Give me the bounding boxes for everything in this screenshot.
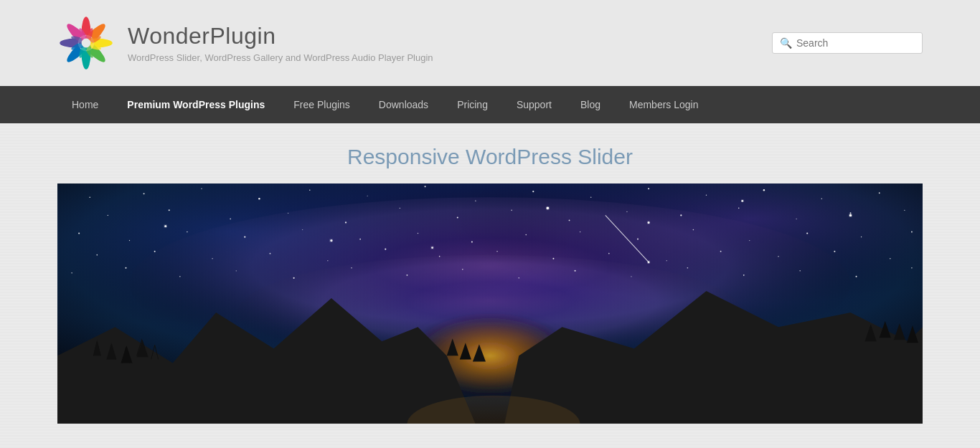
nav-link-free[interactable]: Free Plugins xyxy=(279,86,364,123)
svg-point-33 xyxy=(590,196,592,198)
svg-point-77 xyxy=(496,251,497,252)
svg-point-45 xyxy=(457,216,458,218)
svg-point-47 xyxy=(569,220,570,221)
svg-point-42 xyxy=(288,213,288,214)
svg-point-85 xyxy=(71,272,72,273)
svg-point-83 xyxy=(834,251,835,252)
main-nav: Home Premium WordPress Plugins Free Plug… xyxy=(0,86,980,123)
svg-point-29 xyxy=(367,196,368,196)
svg-point-55 xyxy=(129,240,130,241)
svg-point-102 xyxy=(547,207,550,210)
svg-point-81 xyxy=(720,251,722,252)
svg-point-76 xyxy=(439,256,440,257)
svg-point-101 xyxy=(164,225,166,227)
svg-point-36 xyxy=(763,189,765,191)
svg-point-70 xyxy=(96,254,98,256)
main-content: Responsive WordPress Slider xyxy=(0,123,980,424)
slider-container[interactable] xyxy=(57,184,923,424)
svg-point-56 xyxy=(187,232,188,233)
svg-point-38 xyxy=(879,192,880,194)
svg-point-24 xyxy=(89,196,90,198)
svg-point-63 xyxy=(580,232,580,232)
svg-point-60 xyxy=(418,233,418,234)
svg-point-79 xyxy=(608,253,610,254)
svg-point-75 xyxy=(385,249,386,250)
svg-point-46 xyxy=(511,210,512,211)
svg-point-92 xyxy=(462,269,463,270)
nav-link-pricing[interactable]: Pricing xyxy=(443,86,502,123)
svg-point-30 xyxy=(425,186,426,187)
nav-item-downloads[interactable]: Downloads xyxy=(364,86,443,123)
nav-item-blog[interactable]: Blog xyxy=(566,86,615,123)
svg-point-50 xyxy=(738,208,740,209)
svg-point-28 xyxy=(309,189,311,191)
svg-point-93 xyxy=(518,277,519,278)
svg-point-68 xyxy=(861,237,862,237)
svg-point-34 xyxy=(648,188,649,189)
svg-point-32 xyxy=(532,191,534,192)
site-logo[interactable] xyxy=(57,14,115,72)
slider-image xyxy=(57,184,923,424)
site-title: WonderPlugin xyxy=(128,23,433,49)
search-icon: 🔍 xyxy=(780,37,792,49)
nav-item-free[interactable]: Free Plugins xyxy=(279,86,364,123)
svg-point-27 xyxy=(258,198,260,199)
svg-point-100 xyxy=(911,267,913,269)
svg-point-39 xyxy=(108,215,108,216)
nav-item-pricing[interactable]: Pricing xyxy=(443,86,502,123)
svg-point-53 xyxy=(904,210,905,211)
search-area[interactable]: 🔍 xyxy=(772,32,923,54)
svg-point-94 xyxy=(575,270,576,272)
site-subtitle: WordPress Slider, WordPress Gallery and … xyxy=(128,52,433,63)
site-header: WonderPlugin WordPress Slider, WordPress… xyxy=(0,0,980,86)
page-title: Responsive WordPress Slider xyxy=(57,145,923,169)
svg-point-86 xyxy=(125,267,126,269)
svg-point-59 xyxy=(359,239,361,240)
logo-area: WonderPlugin WordPress Slider, WordPress… xyxy=(57,14,433,72)
svg-point-96 xyxy=(687,267,689,269)
nav-item-premium[interactable]: Premium WordPress Plugins xyxy=(113,86,279,123)
nav-item-support[interactable]: Support xyxy=(502,86,566,123)
nav-list: Home Premium WordPress Plugins Free Plug… xyxy=(57,86,923,123)
svg-point-89 xyxy=(293,277,295,279)
svg-point-31 xyxy=(475,201,476,201)
svg-point-104 xyxy=(330,239,332,242)
svg-point-64 xyxy=(637,239,639,240)
svg-point-73 xyxy=(270,253,271,254)
svg-point-103 xyxy=(741,200,743,202)
nav-link-home[interactable]: Home xyxy=(57,86,113,123)
nav-link-premium[interactable]: Premium WordPress Plugins xyxy=(113,86,279,123)
svg-point-37 xyxy=(821,198,822,199)
night-sky-image xyxy=(57,184,923,424)
nav-item-members[interactable]: Members Login xyxy=(615,86,713,123)
svg-point-52 xyxy=(849,212,851,214)
svg-point-105 xyxy=(648,221,650,224)
svg-point-62 xyxy=(525,234,527,236)
svg-point-49 xyxy=(680,214,682,216)
svg-point-69 xyxy=(911,232,913,233)
svg-point-35 xyxy=(706,195,707,196)
svg-point-48 xyxy=(626,211,627,212)
svg-point-61 xyxy=(471,242,473,243)
svg-point-97 xyxy=(743,275,745,276)
svg-point-82 xyxy=(778,256,778,257)
svg-point-74 xyxy=(327,260,328,261)
svg-point-25 xyxy=(143,193,145,194)
svg-point-90 xyxy=(351,267,352,268)
nav-link-downloads[interactable]: Downloads xyxy=(364,86,443,123)
svg-point-66 xyxy=(749,240,750,241)
svg-point-71 xyxy=(154,251,156,252)
svg-point-98 xyxy=(799,270,800,271)
nav-link-support[interactable]: Support xyxy=(502,86,566,123)
svg-point-26 xyxy=(201,188,202,189)
svg-point-65 xyxy=(693,229,694,231)
svg-point-58 xyxy=(302,229,303,230)
nav-link-members[interactable]: Members Login xyxy=(615,86,713,123)
nav-link-blog[interactable]: Blog xyxy=(566,86,615,123)
svg-point-78 xyxy=(552,258,554,259)
search-input[interactable] xyxy=(796,37,915,49)
svg-point-43 xyxy=(345,221,347,223)
svg-point-51 xyxy=(796,219,797,219)
nav-item-home[interactable]: Home xyxy=(57,86,113,123)
svg-point-17 xyxy=(82,39,91,48)
